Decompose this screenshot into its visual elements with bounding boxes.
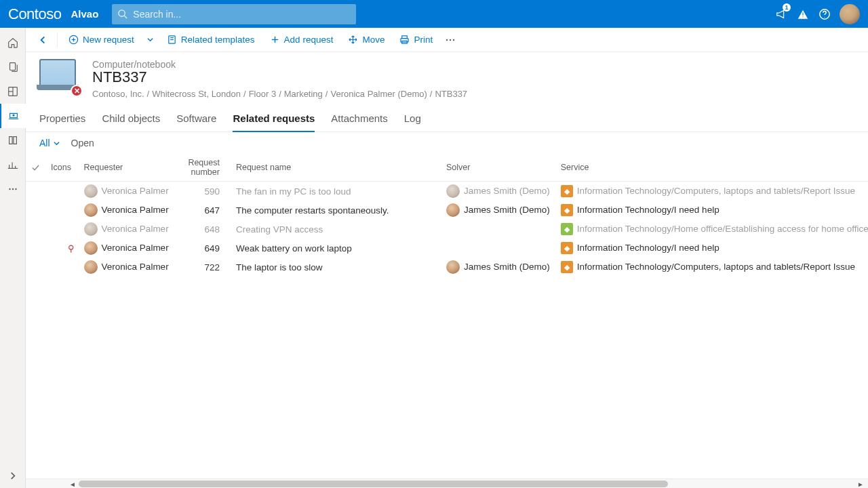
tab-log[interactable]: Log [404, 107, 421, 131]
home-icon [7, 37, 19, 49]
requests-table: Icons Requester Request number Request n… [26, 154, 868, 479]
nav-copy[interactable] [0, 55, 26, 79]
solver-avatar [446, 184, 460, 198]
nav-assets[interactable] [0, 104, 26, 128]
col-select[interactable] [26, 154, 45, 182]
svg-point-28 [453, 39, 454, 40]
requester-avatar [84, 260, 98, 274]
col-icons[interactable]: Icons [45, 154, 79, 182]
tab-attachments[interactable]: Attachments [331, 107, 387, 131]
svg-point-0 [119, 10, 125, 16]
breadcrumb-link[interactable]: Whitecross St, London [152, 89, 241, 99]
scroll-right-arrow[interactable]: ► [856, 479, 865, 488]
overflow-button[interactable] [441, 30, 460, 50]
request-number: 648 [174, 220, 231, 239]
filter-open-label: Open [71, 138, 94, 148]
request-number: 647 [174, 201, 231, 220]
tab-software[interactable]: Software [176, 107, 216, 131]
add-request-button[interactable]: Add request [263, 30, 340, 50]
app-name: Alvao [71, 8, 98, 20]
table-row[interactable]: ⚲Veronica Palmer649Weak battery on work … [26, 239, 868, 258]
nav-library[interactable] [0, 128, 26, 152]
service-icon: ◆ [561, 185, 573, 197]
help-button[interactable] [814, 1, 835, 28]
search-box[interactable] [112, 4, 356, 24]
megaphone-button[interactable]: 1 [770, 1, 792, 28]
move-button[interactable]: Move [341, 30, 391, 50]
template-icon [167, 35, 177, 45]
chevron-down-icon [53, 140, 60, 147]
tab-properties[interactable]: Properties [39, 107, 85, 131]
requester-avatar [84, 222, 98, 236]
col-request-number[interactable]: Request number [174, 154, 231, 182]
requester-name: Veronica Palmer [102, 205, 169, 215]
move-icon [348, 35, 358, 45]
scroll-left-arrow[interactable]: ◄ [68, 479, 77, 488]
nav-more[interactable] [0, 177, 26, 201]
service-icon: ◆ [561, 223, 573, 235]
filter-open[interactable]: Open [71, 138, 94, 148]
tab-related-requests[interactable]: Related requests [233, 107, 315, 132]
book-icon [7, 134, 19, 146]
print-button[interactable]: Print [393, 30, 439, 50]
chevron-down-icon [146, 36, 154, 43]
service-icon: ◆ [561, 261, 573, 273]
move-label: Move [362, 35, 384, 45]
object-thumbnail: ✕ [39, 59, 81, 94]
org-logo: Contoso [8, 5, 61, 23]
nav-home[interactable] [0, 30, 26, 55]
nav-reports[interactable] [0, 152, 26, 177]
alert-button[interactable] [792, 1, 814, 28]
nav-expand[interactable] [0, 464, 26, 488]
person-alert-icon: ⚲ [68, 243, 75, 253]
top-bar: Contoso Alvao 1 [0, 0, 868, 28]
add-request-label: Add request [284, 35, 334, 45]
col-solver[interactable]: Solver [441, 154, 555, 182]
new-request-button[interactable]: New request [62, 30, 141, 50]
breadcrumb-link[interactable]: Veronica Palmer (Demo) [330, 89, 427, 99]
nav-board[interactable] [0, 79, 26, 104]
print-label: Print [414, 35, 433, 45]
service-name: Information Technology/Computers, laptop… [577, 186, 855, 196]
table-row[interactable]: Veronica Palmer647The computer restarts … [26, 201, 868, 220]
requester-name: Veronica Palmer [102, 243, 169, 253]
filter-bar: All Open [26, 132, 868, 154]
related-templates-button[interactable]: Related templates [160, 30, 262, 50]
new-request-label: New request [83, 35, 134, 45]
print-icon [399, 35, 410, 45]
requester-avatar [84, 203, 98, 217]
svg-point-14 [15, 188, 16, 190]
back-button[interactable] [33, 30, 53, 50]
filter-all[interactable]: All [39, 138, 60, 148]
service-name: Information Technology/Computers, laptop… [577, 262, 855, 272]
help-icon [818, 8, 831, 20]
horizontal-scrollbar[interactable]: ◄ ► [26, 479, 868, 488]
tab-child-objects[interactable]: Child objects [102, 107, 160, 131]
plus-circle-icon [68, 35, 79, 45]
user-avatar[interactable] [840, 4, 860, 24]
col-requester[interactable]: Requester [79, 154, 174, 182]
requester-name: Veronica Palmer [102, 186, 169, 196]
table-row[interactable]: Veronica Palmer648Creating VPN access◆In… [26, 220, 868, 239]
breadcrumb-link[interactable]: Marketing [284, 89, 323, 99]
plus-icon [270, 35, 280, 45]
scrollbar-thumb[interactable] [79, 481, 668, 487]
command-bar: New request Related templates Add reques… [26, 28, 868, 52]
svg-point-7 [12, 115, 14, 116]
breadcrumb-link[interactable]: Floor 3 [249, 89, 276, 99]
search-input[interactable] [133, 9, 351, 20]
table-row[interactable]: Veronica Palmer722The laptor is too slow… [26, 258, 868, 277]
service-name: Information Technology/Home office/Estab… [577, 224, 868, 234]
breadcrumb-link[interactable]: Contoso, Inc. [92, 89, 144, 99]
asset-icon [7, 110, 20, 122]
chevron-right-icon [8, 471, 18, 481]
service-icon: ◆ [561, 242, 573, 254]
new-request-split[interactable] [142, 36, 159, 43]
col-request-name[interactable]: Request name [231, 154, 441, 182]
table-row[interactable]: Veronica Palmer590The fan in my PC is to… [26, 182, 868, 201]
svg-point-13 [12, 188, 13, 190]
chevron-left-icon [38, 35, 47, 45]
service-icon: ◆ [561, 204, 573, 216]
col-service[interactable]: Service [555, 154, 868, 182]
search-icon [117, 9, 127, 19]
